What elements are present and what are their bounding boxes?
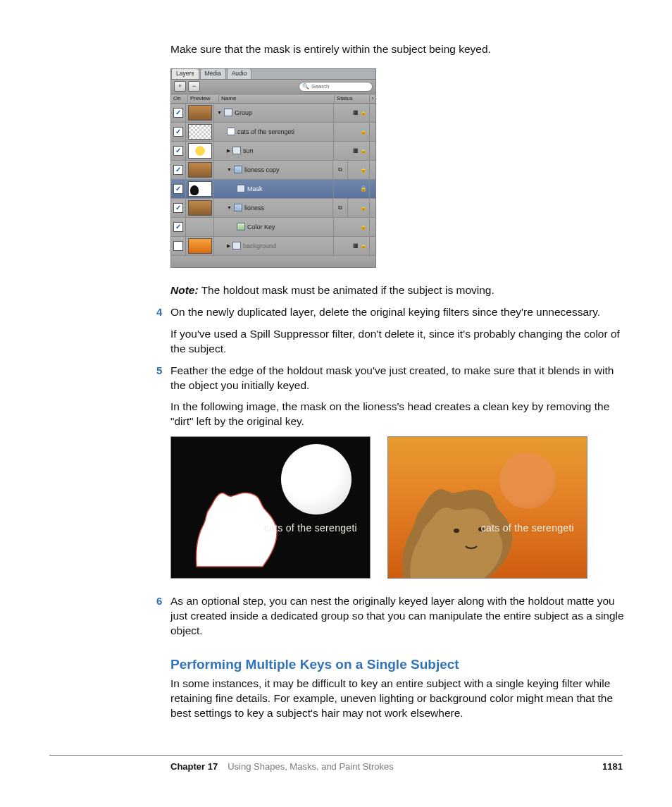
result-image-composite: cats of the serengeti — [387, 436, 587, 579]
search-placeholder: Search — [311, 83, 329, 91]
stack-icon: ▦ — [353, 243, 359, 249]
thumb-mask — [188, 181, 212, 197]
disclosure-triangle-icon[interactable]: ▼ — [227, 166, 232, 173]
page-number: 1181 — [602, 761, 623, 772]
panel-tabs: Layers Media Audio — [171, 69, 375, 80]
remove-button[interactable]: − — [188, 81, 200, 92]
lock-icon: 🔒 — [361, 186, 366, 192]
row-label: Mask — [247, 185, 263, 193]
row-lioness[interactable]: ✓ ▼ lioness ⧉ 🔒 — [171, 199, 375, 218]
intro-paragraph: Make sure that the mask is entirely with… — [170, 42, 628, 57]
result-caption: cats of the serengeti — [481, 522, 574, 535]
chapter-title: Using Shapes, Masks, and Paint Strokes — [228, 761, 394, 772]
section-heading: Performing Multiple Keys on a Single Sub… — [170, 655, 628, 674]
image-icon — [234, 166, 242, 173]
thumb-lioness-copy — [188, 162, 212, 178]
image-icon — [234, 204, 242, 211]
group-icon — [224, 109, 232, 116]
step-5-p2: In the following image, the mask on the … — [170, 400, 628, 429]
lock-icon: 🔒 — [361, 129, 366, 135]
step-4-p2: If you've used a Spill Suppressor filter… — [170, 327, 628, 357]
disclosure-triangle-icon[interactable]: ▶ — [227, 242, 230, 249]
row-group[interactable]: ✓ ▼ Group ▦ 🔒 — [171, 104, 375, 123]
text-icon — [227, 128, 235, 135]
step-4-p1: On the newly duplicated layer, delete th… — [170, 305, 628, 320]
checkbox[interactable]: ✓ — [173, 203, 183, 213]
layers-panel: Layers Media Audio + − 🔍 Search On Previ… — [170, 68, 376, 268]
note-text: The holdout mask must be animated if the… — [199, 284, 494, 296]
row-label: sun — [243, 147, 254, 155]
step-number: 5 — [156, 364, 162, 378]
row-color-key[interactable]: ✓ Color Key 🔒 — [171, 218, 375, 237]
result-images-row: cats of the serengeti cats of the sereng… — [170, 436, 628, 579]
stack-icon: ▦ — [353, 110, 359, 116]
panel-toolbar: + − 🔍 Search — [171, 80, 375, 94]
row-label: lioness — [244, 204, 264, 212]
row-label: background — [243, 242, 276, 250]
checkbox[interactable]: ✓ — [173, 165, 183, 175]
step-4: 4 On the newly duplicated layer, delete … — [170, 305, 628, 357]
section-body: In some instances, it may be difficult t… — [170, 677, 628, 721]
panel-column-headers: On Preview Name Status › — [171, 94, 375, 104]
chapter-label: Chapter 17 — [170, 761, 218, 772]
search-field[interactable]: 🔍 Search — [299, 82, 373, 92]
sun-circle — [281, 444, 351, 515]
lock-icon: 🔒 — [361, 148, 366, 154]
row-sun[interactable]: ✓ ▶ sun ▦ 🔒 — [171, 142, 375, 161]
step-5-p1: Feather the edge of the holdout mask you… — [170, 364, 628, 393]
thumb-lioness — [188, 200, 212, 216]
disclosure-triangle-icon[interactable]: ▼ — [217, 109, 222, 116]
tab-layers[interactable]: Layers — [171, 68, 199, 78]
lock-icon: 🔒 — [361, 224, 366, 230]
col-name: Name — [219, 95, 335, 103]
link-icon: ⧉ — [338, 204, 342, 212]
lock-icon: 🔒 — [361, 110, 366, 116]
page: Make sure that the mask is entirely with… — [0, 0, 672, 807]
thumb-text — [188, 124, 212, 140]
checkbox[interactable]: ✓ — [173, 222, 183, 232]
row-title-text[interactable]: ✓ cats of the serengeti 🔒 — [171, 123, 375, 142]
result-caption: cats of the serengeti — [264, 522, 357, 535]
stack-icon: ▦ — [353, 148, 359, 154]
content-column: Make sure that the mask is entirely with… — [170, 42, 628, 720]
step-number: 4 — [156, 305, 162, 319]
lock-icon: 🔒 — [361, 243, 366, 249]
lock-icon: 🔒 — [361, 167, 366, 173]
mask-icon — [237, 185, 245, 192]
panel-footer — [171, 256, 375, 267]
checkbox[interactable]: ✓ — [173, 108, 183, 118]
thumb-background — [188, 238, 212, 254]
checkbox[interactable] — [173, 241, 183, 251]
step-5: 5 Feather the edge of the holdout mask y… — [170, 364, 628, 430]
note-label: Note: — [170, 284, 199, 296]
page-footer: Chapter 17 Using Shapes, Masks, and Pain… — [49, 755, 623, 772]
checkbox[interactable]: ✓ — [173, 184, 183, 194]
row-mask[interactable]: ✓ Mask 🔒 — [171, 180, 375, 199]
group-icon — [232, 242, 241, 250]
svg-point-0 — [454, 529, 459, 533]
row-lioness-copy[interactable]: ✓ ▼ lioness copy ⧉ 🔒 — [171, 161, 375, 180]
result-image-mask: cats of the serengeti — [170, 436, 371, 579]
col-expand: › — [370, 95, 375, 103]
thumb-sun — [188, 143, 212, 159]
row-label: Color Key — [247, 223, 275, 231]
tab-media[interactable]: Media — [200, 68, 226, 78]
filter-icon — [237, 223, 245, 230]
search-icon: 🔍 — [302, 83, 309, 91]
group-icon — [232, 147, 241, 154]
link-icon: ⧉ — [338, 166, 342, 174]
tab-audio[interactable]: Audio — [227, 68, 252, 78]
step-number: 6 — [156, 594, 162, 608]
add-button[interactable]: + — [174, 81, 186, 92]
disclosure-triangle-icon[interactable]: ▼ — [227, 204, 232, 211]
col-on: On — [171, 95, 188, 103]
checkbox[interactable]: ✓ — [173, 127, 183, 137]
disclosure-triangle-icon[interactable]: ▶ — [227, 147, 230, 154]
row-background[interactable]: ▶ background ▦ 🔒 — [171, 237, 375, 256]
step-6-p1: As an optional step, you can nest the or… — [170, 594, 628, 639]
col-preview: Preview — [188, 95, 219, 103]
row-label: Group — [235, 109, 252, 117]
checkbox[interactable]: ✓ — [173, 146, 183, 156]
col-status: Status — [335, 95, 370, 103]
row-label: cats of the serengeti — [237, 128, 294, 136]
